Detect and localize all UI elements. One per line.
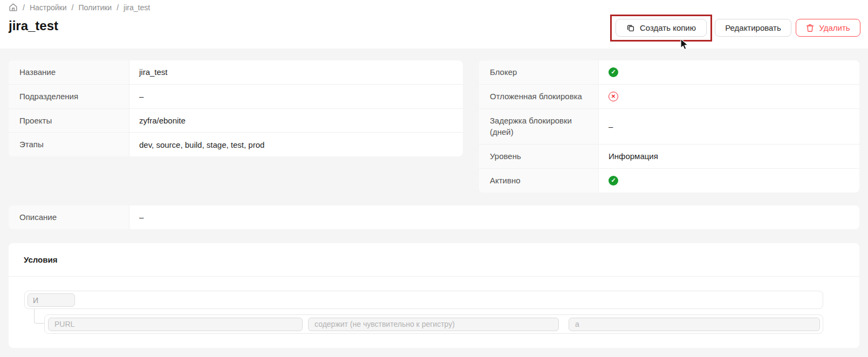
- row-label: Название: [9, 60, 129, 84]
- rule-operator-select[interactable]: содержит (не чувствительно к регистру): [308, 318, 559, 331]
- breadcrumb-separator: /: [72, 3, 74, 12]
- copy-icon: [626, 24, 635, 32]
- row-value: zyfra/ebonite: [129, 109, 463, 133]
- row-value: –: [599, 109, 859, 145]
- page-header: / Настройки / Политики / jira_test jira_…: [0, 0, 868, 49]
- details-table-right: Блокер ✓ Отложенная блокировка ✕ Задержк…: [479, 60, 859, 193]
- breadcrumb-item-policies[interactable]: Политики: [78, 3, 112, 12]
- row-label: Проекты: [9, 109, 129, 133]
- row-value: dev, source, build, stage, test, prod: [129, 133, 463, 156]
- table-row: Этапы dev, source, build, stage, test, p…: [9, 133, 463, 156]
- create-copy-button[interactable]: Создать копию: [616, 19, 707, 37]
- conditions-header: Условия: [9, 243, 859, 277]
- edit-button[interactable]: Редактировать: [715, 19, 791, 37]
- row-value: –: [129, 205, 859, 229]
- cross-circle-icon: ✕: [609, 92, 618, 101]
- table-row: Описание –: [9, 205, 859, 229]
- group-operator-select[interactable]: И: [28, 293, 75, 307]
- breadcrumb-separator: /: [23, 3, 25, 12]
- table-row: Активно ✓: [479, 169, 859, 193]
- row-label: Задержка блокировки (дней): [479, 109, 599, 145]
- table-row: Отложенная блокировка ✕: [479, 85, 859, 109]
- delete-button[interactable]: Удалить: [796, 19, 860, 37]
- edit-label: Редактировать: [725, 23, 781, 32]
- row-label: Отложенная блокировка: [479, 85, 599, 108]
- rule-value-input[interactable]: a: [569, 318, 820, 331]
- page-title: jira_test: [9, 18, 58, 33]
- table-row: Задержка блокировки (дней) –: [479, 109, 859, 145]
- row-value: Информация: [599, 145, 859, 168]
- table-row: Уровень Информация: [479, 145, 859, 169]
- row-label: Описание: [9, 205, 129, 229]
- row-label: Активно: [479, 169, 599, 193]
- row-value: –: [129, 85, 463, 108]
- breadcrumb-item-current: jira_test: [124, 3, 150, 12]
- check-circle-icon: ✓: [609, 176, 618, 186]
- row-value: jira_test: [129, 60, 463, 84]
- check-circle-icon: ✓: [609, 67, 618, 77]
- row-label: Уровень: [479, 145, 599, 168]
- trash-icon: [806, 24, 814, 32]
- table-row: Подразделения –: [9, 85, 463, 109]
- home-icon[interactable]: [9, 3, 18, 12]
- rule-field-select[interactable]: PURL: [48, 318, 303, 331]
- breadcrumb: / Настройки / Политики / jira_test: [9, 3, 150, 12]
- tree-connector: [34, 309, 44, 324]
- breadcrumb-separator: /: [117, 3, 119, 12]
- row-label: Этапы: [9, 133, 129, 156]
- delete-label: Удалить: [819, 23, 850, 32]
- table-row: Название jira_test: [9, 60, 463, 85]
- conditions-title: Условия: [24, 255, 57, 264]
- create-copy-label: Создать копию: [640, 23, 696, 32]
- table-row: Блокер ✓: [479, 60, 859, 85]
- breadcrumb-item-settings[interactable]: Настройки: [30, 3, 67, 12]
- row-label: Подразделения: [9, 85, 129, 108]
- details-table-left: Название jira_test Подразделения – Проек…: [9, 60, 463, 156]
- condition-group: И: [24, 291, 823, 309]
- row-label: Блокер: [479, 60, 599, 84]
- table-row: Проекты zyfra/ebonite: [9, 109, 463, 133]
- condition-builder: И PURL содержит (не чувствительно к реги…: [9, 277, 859, 348]
- description-table: Описание –: [9, 205, 859, 229]
- condition-rule-row: PURL содержит (не чувствительно к регист…: [44, 314, 823, 334]
- conditions-card: Условия И PURL содержит (не чувствительн…: [9, 243, 859, 348]
